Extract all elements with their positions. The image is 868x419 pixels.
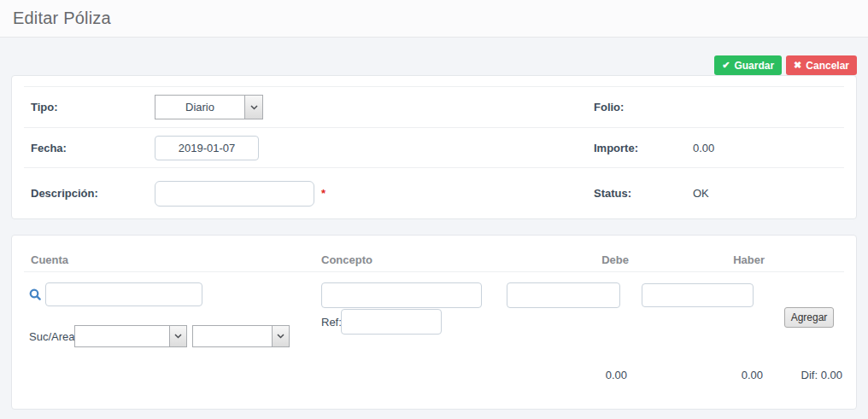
form-row-fecha-importe: Fecha: Importe: 0.00 <box>24 127 844 167</box>
page-header: Editar Póliza <box>0 0 868 38</box>
lines-totals-row: 0.00 0.00 Dif: 0.00 <box>24 369 844 381</box>
lines-header-row: Cuenta Concepto Debe Haber <box>24 236 844 272</box>
descripcion-input[interactable] <box>155 181 314 207</box>
cuenta-cell: Suc/Area: <box>24 282 321 347</box>
descripcion-label: Descripción: <box>31 187 155 200</box>
importe-value: 0.00 <box>693 142 714 154</box>
cuenta-input[interactable] <box>45 282 202 306</box>
x-icon: ✖ <box>794 61 801 70</box>
dif-value: 0.00 <box>821 369 842 381</box>
actions-cell: Agregar <box>765 282 846 328</box>
folio-label: Folio: <box>594 101 693 113</box>
tipo-select-value: Diario <box>155 96 244 119</box>
dif-label: Dif: <box>801 369 818 381</box>
sucursal-select-value <box>75 326 169 346</box>
haber-total: 0.00 <box>629 369 765 381</box>
tipo-label: Tipo: <box>31 101 155 113</box>
suc-area-label: Suc/Area: <box>29 330 74 343</box>
debe-column-header: Debe <box>503 253 629 266</box>
totals-spacer <box>24 369 321 381</box>
concepto-input[interactable] <box>321 282 482 308</box>
debe-cell <box>503 282 629 308</box>
toolbar: ✔ Guardar ✖ Cancelar <box>11 55 857 75</box>
importe-label: Importe: <box>594 142 693 154</box>
form-row-tipo-folio: Tipo: Diario Folio: <box>24 86 844 127</box>
search-icon <box>29 288 41 300</box>
save-button[interactable]: ✔ Guardar <box>714 55 782 75</box>
chevron-down-icon <box>169 326 186 346</box>
debe-total: 0.00 <box>503 369 629 381</box>
status-label: Status: <box>594 187 693 200</box>
cancel-button-label: Cancelar <box>806 60 849 72</box>
haber-column-header: Haber <box>629 253 765 266</box>
form-row-descripcion-status: Descripción: * Status: OK <box>24 167 844 218</box>
content: ✔ Guardar ✖ Cancelar Tipo: Diario <box>0 55 868 410</box>
page-title: Editar Póliza <box>13 9 111 28</box>
area-select[interactable] <box>192 325 290 347</box>
cuenta-column-header: Cuenta <box>24 253 321 266</box>
debe-input[interactable] <box>507 282 620 308</box>
chevron-down-icon <box>244 96 262 119</box>
ref-input[interactable] <box>341 309 442 335</box>
totals-spacer <box>321 369 503 381</box>
lines-entry-row: Suc/Area: <box>24 272 844 347</box>
poliza-form-panel: Tipo: Diario Folio: Fecha: <box>11 75 857 219</box>
fecha-input[interactable] <box>155 136 259 160</box>
sucursal-select[interactable] <box>74 325 187 347</box>
concepto-cell: Ref: <box>321 282 503 335</box>
check-icon: ✔ <box>722 61 730 70</box>
haber-cell <box>629 282 765 307</box>
concepto-column-header: Concepto <box>321 253 503 266</box>
ref-label: Ref: <box>321 316 341 329</box>
cuenta-search-button[interactable] <box>27 288 44 300</box>
haber-input[interactable] <box>642 283 754 307</box>
area-select-value <box>193 326 272 346</box>
poliza-lines-panel: Cuenta Concepto Debe Haber <box>11 235 857 410</box>
dif-total: Dif: 0.00 <box>765 369 846 381</box>
required-asterisk: * <box>321 187 326 200</box>
chevron-down-icon <box>272 326 289 346</box>
cancel-button[interactable]: ✖ Cancelar <box>786 55 857 75</box>
status-value: OK <box>693 187 709 200</box>
fecha-label: Fecha: <box>31 142 155 154</box>
tipo-select[interactable]: Diario <box>155 95 263 119</box>
agregar-button[interactable]: Agregar <box>784 307 834 328</box>
save-button-label: Guardar <box>734 60 774 72</box>
